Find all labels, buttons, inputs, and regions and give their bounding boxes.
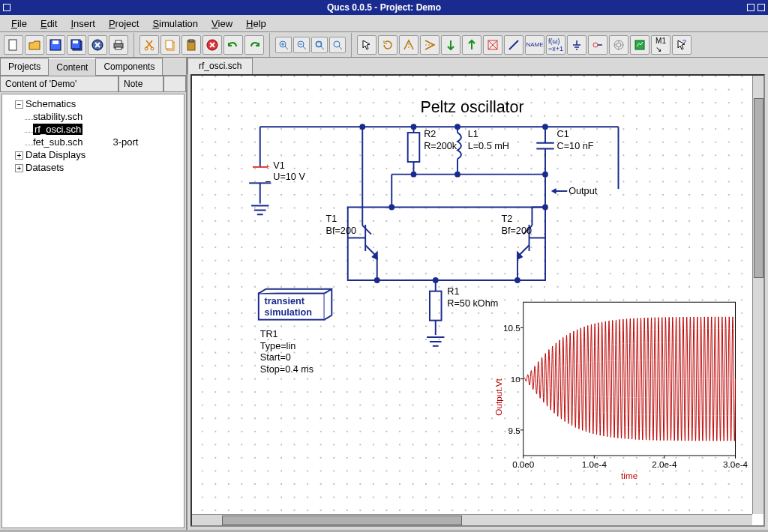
- titlebar-left: [3, 4, 26, 11]
- val-T1[interactable]: Bf=200: [326, 226, 356, 236]
- show-data-icon[interactable]: [630, 35, 650, 55]
- tree-item[interactable]: rf_osci.sch: [25, 123, 181, 136]
- svg-rect-8: [116, 40, 122, 43]
- svg-text:+: +: [266, 162, 270, 171]
- ground-icon[interactable]: [567, 35, 586, 55]
- label-V1[interactable]: V1: [273, 160, 284, 171]
- val-V1[interactable]: U=10 V: [273, 172, 305, 182]
- svg-text:Start=0: Start=0: [260, 352, 291, 363]
- close-doc-icon[interactable]: [88, 35, 107, 55]
- tab-components[interactable]: Components: [95, 58, 163, 75]
- val-R1[interactable]: R=50 kOhm: [447, 298, 498, 309]
- paste-icon[interactable]: [182, 35, 201, 55]
- svg-rect-12: [167, 42, 174, 50]
- svg-rect-20: [316, 42, 321, 46]
- equation-icon[interactable]: f(ω)=x+1: [546, 35, 566, 55]
- delete-icon[interactable]: [202, 35, 222, 55]
- menubar: File Edit Insert Project Simulation View…: [0, 15, 768, 32]
- sidebar-columns: Content of 'Demo' Note: [0, 76, 186, 92]
- svg-point-34: [412, 124, 416, 129]
- chart-ylabel: Output.Vt: [494, 378, 503, 416]
- open-icon[interactable]: [25, 35, 44, 55]
- new-doc-icon[interactable]: [4, 35, 23, 55]
- val-R2[interactable]: R=200k: [424, 141, 458, 151]
- select-icon[interactable]: [357, 35, 376, 55]
- horizontal-scrollbar[interactable]: [192, 514, 752, 525]
- val-L1[interactable]: L=0.5 mH: [468, 141, 509, 151]
- wire-icon[interactable]: [504, 35, 524, 55]
- vertical-scrollbar[interactable]: [752, 76, 764, 514]
- menu-edit[interactable]: Edit: [34, 16, 64, 31]
- schematic-canvas[interactable]: Peltz oscillator: [190, 74, 765, 527]
- zoom-fit-icon[interactable]: [311, 37, 328, 53]
- save-icon[interactable]: [46, 35, 65, 55]
- titlebar-right: [742, 4, 765, 11]
- deactivate-icon[interactable]: [483, 35, 502, 55]
- val-C1[interactable]: C=10 nF: [557, 141, 594, 151]
- menu-insert[interactable]: Insert: [64, 16, 102, 31]
- help-icon[interactable]: ?: [672, 35, 692, 55]
- sidebar: Projects Content Components Content of '…: [0, 58, 188, 530]
- col-content[interactable]: Content of 'Demo': [0, 76, 118, 92]
- svg-point-38: [389, 205, 394, 210]
- tree-datasets[interactable]: Datasets: [26, 162, 64, 173]
- cut-icon[interactable]: [140, 35, 159, 55]
- rotate-icon[interactable]: [378, 35, 398, 55]
- tree-item[interactable]: stability.sch: [25, 110, 181, 123]
- tree-schematics[interactable]: Schematics: [26, 98, 76, 109]
- simulate-icon[interactable]: [609, 35, 628, 55]
- tree-item[interactable]: fet_sub.sch3-port: [25, 136, 181, 148]
- doc-tab[interactable]: rf_osci.sch: [188, 58, 253, 74]
- schematic-svg[interactable]: Peltz oscillator: [192, 76, 752, 514]
- leave-sub-icon[interactable]: [462, 35, 482, 55]
- tab-content[interactable]: Content: [48, 58, 96, 76]
- undo-icon[interactable]: [224, 35, 243, 55]
- svg-point-18: [298, 41, 304, 47]
- save-all-icon[interactable]: [67, 35, 86, 55]
- sidebar-tabs: Projects Content Components: [0, 58, 186, 76]
- zoom-11-icon[interactable]: [329, 37, 346, 53]
- expand-icon[interactable]: +: [15, 164, 23, 172]
- svg-point-42: [515, 278, 520, 282]
- label-C1[interactable]: C1: [557, 129, 569, 139]
- label-L1[interactable]: L1: [468, 129, 478, 139]
- svg-text:9.5: 9.5: [508, 426, 521, 435]
- mirror-x-icon[interactable]: [399, 35, 418, 55]
- redo-icon[interactable]: [244, 35, 264, 55]
- expand-icon[interactable]: −: [15, 100, 23, 109]
- menu-file[interactable]: File: [4, 16, 34, 31]
- menu-help[interactable]: Help: [239, 16, 273, 31]
- menu-project[interactable]: Project: [102, 16, 146, 31]
- print-icon[interactable]: [109, 35, 128, 55]
- zoom-out-icon[interactable]: [293, 37, 310, 53]
- sim-box[interactable]: transient simulation: [259, 289, 332, 320]
- set-marker-icon[interactable]: M1↘: [651, 35, 670, 55]
- content-tree[interactable]: −Schematics stability.sch rf_osci.sch fe…: [2, 94, 184, 528]
- output-label[interactable]: Output: [568, 186, 597, 196]
- menu-simulation[interactable]: Simulation: [146, 16, 205, 31]
- svg-text:3.0e-4: 3.0e-4: [723, 459, 748, 469]
- menu-view[interactable]: View: [205, 16, 239, 31]
- svg-rect-2: [52, 40, 58, 44]
- mirror-y-icon[interactable]: [420, 35, 440, 55]
- label-T1[interactable]: T1: [326, 214, 338, 224]
- svg-text:TR1: TR1: [260, 329, 278, 339]
- copy-icon[interactable]: [160, 35, 180, 55]
- port-icon[interactable]: [588, 35, 608, 55]
- tab-projects[interactable]: Projects: [0, 58, 49, 75]
- zoom-in-icon[interactable]: [275, 37, 292, 53]
- output-chart[interactable]: 10.5 10 9.5 0.0e0 1.0e-4 2.0e-4 3.0e-4 t…: [494, 302, 748, 480]
- tree-datadisplays[interactable]: Data Displays: [26, 149, 86, 160]
- expand-icon[interactable]: +: [15, 151, 23, 160]
- svg-rect-4: [71, 40, 80, 49]
- label-R1[interactable]: R1: [447, 286, 459, 297]
- col-note[interactable]: Note: [118, 76, 164, 92]
- label-T2[interactable]: T2: [502, 214, 513, 224]
- close-icon[interactable]: [758, 4, 765, 11]
- wire-label-icon[interactable]: NAME: [525, 35, 544, 55]
- label-R2[interactable]: R2: [424, 129, 436, 139]
- val-T2[interactable]: Bf=200: [502, 226, 532, 236]
- window-menu-icon[interactable]: [3, 4, 10, 11]
- maximize-icon[interactable]: [747, 4, 754, 11]
- goto-sub-icon[interactable]: [441, 35, 460, 55]
